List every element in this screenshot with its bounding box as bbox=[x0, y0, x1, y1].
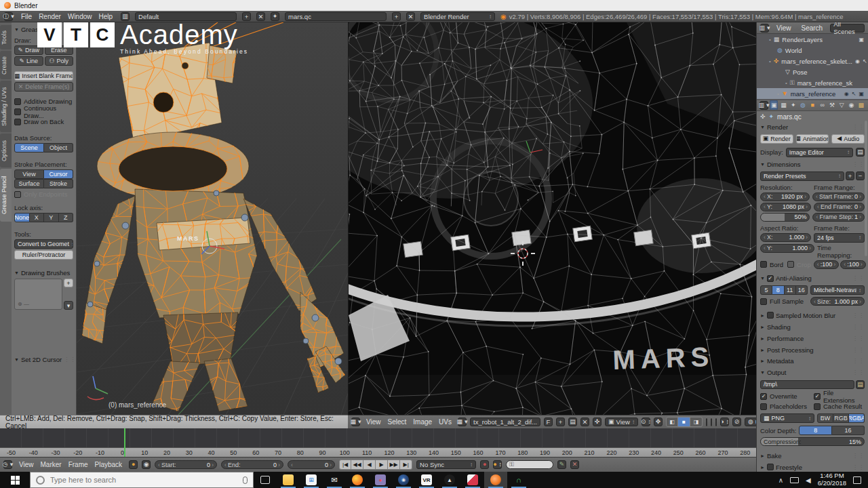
dropdown-updown-icon[interactable]: ↕ bbox=[859, 287, 861, 293]
continuous-draw-checkbox[interactable]: Continuous Draw... bbox=[14, 107, 73, 116]
stepper-decrease-icon[interactable]: ‹ bbox=[817, 203, 819, 210]
tab-world-icon[interactable]: ◍ bbox=[799, 100, 807, 110]
checkbox-box[interactable] bbox=[760, 403, 767, 410]
menu-item[interactable]: Window bbox=[65, 13, 95, 20]
viewport-3d[interactable]: MARS bbox=[77, 22, 348, 415]
hide-toggle-icon[interactable]: ◉ bbox=[855, 58, 860, 64]
texture-swatch[interactable] bbox=[706, 418, 707, 426]
previous-keyframe-button[interactable]: ◀◀ bbox=[351, 460, 363, 470]
taskbar-app-maya[interactable]: ∩ bbox=[507, 472, 530, 488]
checkbox-box[interactable]: ✓ bbox=[814, 393, 821, 400]
checkbox-box[interactable] bbox=[760, 261, 767, 268]
volume-icon[interactable]: ◀ bbox=[806, 476, 811, 484]
dimensions-panel-header[interactable]: ▼Dimensions⋮⋮ bbox=[760, 160, 865, 169]
end-frame-field[interactable]: ‹End:0› bbox=[221, 460, 283, 469]
stepper-decrease-icon[interactable]: ‹ bbox=[291, 462, 293, 468]
uv-view-dropdown[interactable]: ▣View↕ bbox=[605, 418, 638, 426]
output-path-field[interactable]: /tmp\ bbox=[760, 380, 854, 389]
expand-dot-icon[interactable]: • bbox=[777, 91, 779, 97]
add-layout-button[interactable]: + bbox=[242, 12, 251, 21]
dropdown-updown-icon[interactable]: ↕ bbox=[71, 241, 73, 247]
tab-modifiers-icon[interactable]: ⚒ bbox=[828, 100, 836, 110]
anti-aliasing-checkbox[interactable]: ✓ bbox=[767, 275, 774, 282]
panel-grip[interactable]: ⋮⋮ bbox=[64, 357, 76, 363]
only-endpoints-checkbox[interactable]: Only Endpoints bbox=[14, 190, 73, 199]
menu-item[interactable]: Playback bbox=[92, 461, 125, 468]
insert-keyframe-button[interactable]: ✎ bbox=[557, 460, 566, 469]
stepper-decrease-icon[interactable]: ‹ bbox=[764, 234, 766, 241]
tray-expand-icon[interactable]: ∧ bbox=[778, 476, 783, 484]
collapse-triangle-icon[interactable]: ▼ bbox=[760, 162, 765, 167]
stepper-increase-icon[interactable]: › bbox=[859, 203, 861, 210]
stepper-decrease-icon[interactable]: ‹ bbox=[764, 245, 766, 251]
image-browse-button[interactable]: ▦▾ bbox=[458, 418, 467, 426]
taskbar-app-vr[interactable]: VR bbox=[415, 472, 438, 488]
menu-item[interactable]: Help bbox=[96, 13, 116, 20]
editor-type-button[interactable]: ▥▾ bbox=[760, 101, 768, 110]
aa-size-field[interactable]: ‹Size:1.000 px› bbox=[810, 297, 865, 306]
expand-triangle-icon[interactable]: ► bbox=[760, 359, 765, 363]
jump-to-end-button[interactable]: ▶| bbox=[400, 460, 412, 470]
full-sample-checkbox[interactable]: Full Sample bbox=[760, 297, 808, 306]
delete-frames-button[interactable]: ✕Delete Frame(s) bbox=[14, 82, 73, 92]
editor-type-button[interactable]: ▦▾ bbox=[351, 418, 360, 426]
overwrite-checkbox[interactable]: ✓Overwrite bbox=[760, 392, 811, 401]
stepper-decrease-icon[interactable]: ‹ bbox=[158, 462, 160, 468]
placement-stroke-button[interactable]: Stroke bbox=[44, 179, 73, 188]
pack-image-button[interactable]: ▤ bbox=[568, 418, 577, 426]
pivot-dropdown[interactable]: ⊙↕ bbox=[642, 418, 650, 426]
unlink-image-button[interactable]: ✕ bbox=[580, 418, 589, 426]
outliner-filter-dropdown[interactable]: All Scenes bbox=[830, 24, 865, 33]
pin-icon[interactable]: ✜ bbox=[760, 114, 766, 120]
taskbar-app-unity[interactable]: ▲ bbox=[438, 472, 461, 488]
outliner-item-renderlayers[interactable]: • ▦ RenderLayers ▣ bbox=[757, 34, 868, 45]
tab-scene-icon[interactable]: ✦ bbox=[789, 100, 797, 110]
panel-grip[interactable]: ⋮⋮ bbox=[852, 347, 865, 353]
checkbox-box[interactable] bbox=[14, 191, 21, 198]
expand-triangle-icon[interactable]: ► bbox=[760, 336, 765, 341]
task-view-button[interactable] bbox=[254, 472, 277, 488]
stepper-increase-icon[interactable]: › bbox=[859, 193, 861, 200]
add-brush-button[interactable]: + bbox=[64, 279, 73, 287]
panel-grip[interactable]: ⋮⋮ bbox=[852, 369, 865, 375]
collapse-triangle-icon[interactable]: ▼ bbox=[760, 125, 765, 129]
panel-grip[interactable]: ⋮⋮ bbox=[852, 453, 865, 459]
lock-axis-y-button[interactable]: Y bbox=[44, 213, 59, 222]
scene-icon-button[interactable]: ✦ bbox=[271, 12, 279, 21]
crop-checkbox[interactable]: Crop bbox=[787, 260, 811, 269]
tab-data-icon[interactable]: ▽ bbox=[837, 100, 846, 110]
stepper-increase-icon[interactable]: › bbox=[861, 261, 863, 268]
stepper-decrease-icon[interactable]: ‹ bbox=[814, 298, 816, 305]
sync-mode-dropdown[interactable]: No Sync↕ bbox=[416, 460, 476, 469]
taskbar-app-file-explorer[interactable] bbox=[277, 472, 300, 488]
select-toggle-icon[interactable]: ↖ bbox=[863, 58, 867, 64]
channel-color-alpha-button[interactable]: ◧ bbox=[666, 417, 678, 427]
start-frame-field[interactable]: ‹Start:0› bbox=[155, 460, 217, 469]
outliner-view-menu[interactable]: View bbox=[774, 24, 794, 32]
menu-item[interactable]: Image bbox=[410, 418, 435, 426]
channel-color-button[interactable]: ■ bbox=[678, 417, 690, 427]
stepper-decrease-icon[interactable]: ‹ bbox=[224, 462, 226, 468]
expand-triangle-icon[interactable]: ► bbox=[760, 465, 765, 470]
end-frame-field[interactable]: ‹End Frame:0› bbox=[814, 203, 865, 211]
expand-triangle-icon[interactable]: ► bbox=[760, 348, 765, 352]
texture-swatch[interactable] bbox=[711, 418, 712, 426]
tab-constraints-icon[interactable]: ∞ bbox=[818, 100, 826, 110]
outliner-item-pose[interactable]: ▽ Pose bbox=[757, 66, 868, 77]
stepper-increase-icon[interactable]: › bbox=[833, 261, 835, 268]
dropdown-updown-icon[interactable]: ↕ bbox=[808, 415, 811, 422]
collapse-triangle-icon[interactable]: ▼ bbox=[14, 27, 19, 32]
depth-8-button[interactable]: 8 bbox=[799, 426, 832, 435]
line-button[interactable]: ✎Line bbox=[14, 56, 43, 66]
expand-dot-icon[interactable]: • bbox=[769, 58, 771, 64]
panel-grip[interactable]: ⋮⋮ bbox=[852, 124, 865, 130]
outliner-item-armature[interactable]: • ✜ mars_reference_skelet... ◉↖▣ bbox=[757, 56, 868, 66]
performance-panel-header[interactable]: ►Performance⋮⋮ bbox=[760, 334, 865, 343]
tab-create[interactable]: Create bbox=[0, 51, 12, 79]
output-panel-header[interactable]: ▼Output⋮⋮ bbox=[760, 368, 865, 377]
tab-grease-pencil[interactable]: Grease Pencil bbox=[0, 169, 12, 222]
aspect-y-field[interactable]: ‹Y:1.000› bbox=[760, 244, 814, 253]
checkbox-box[interactable] bbox=[14, 108, 21, 115]
uvmap-dropdown[interactable]: ◍UVM... bbox=[745, 418, 756, 426]
menu-item[interactable]: UVs bbox=[436, 418, 454, 426]
